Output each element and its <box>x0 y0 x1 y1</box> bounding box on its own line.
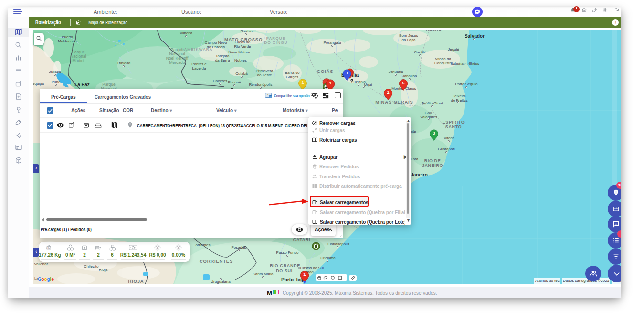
svg-text:Salvador: Salvador <box>465 33 485 39</box>
svg-text:do Parecis: do Parecis <box>207 45 225 49</box>
svg-text:La Paz: La Paz <box>74 82 90 87</box>
svg-text:Maldonado: Maldonado <box>58 39 77 43</box>
svg-text:SANTO: SANTO <box>445 124 462 129</box>
svg-text:Kg: Kg <box>47 247 50 249</box>
svg-text:da Lapa: da Lapa <box>402 38 416 42</box>
svg-text:DO XINGU: DO XINGU <box>264 41 287 45</box>
svg-text:1: 1 <box>303 271 306 277</box>
svg-text:1: 1 <box>301 80 304 85</box>
svg-text:Porangatu: Porangatu <box>324 41 341 45</box>
svg-text:Poconé: Poconé <box>228 80 241 84</box>
svg-text:3: 3 <box>433 131 435 135</box>
svg-text:Cáceres: Cáceres <box>213 79 227 83</box>
svg-text:La: La <box>34 277 38 280</box>
svg-text:Garças: Garças <box>286 75 298 79</box>
svg-text:Caetité: Caetité <box>414 50 426 54</box>
svg-text:Posadas: Posadas <box>231 245 246 249</box>
svg-text:Pontes e: Pontes e <box>191 62 207 66</box>
svg-text:Guarapari: Guarapari <box>438 147 455 151</box>
svg-text:Rioja: Rioja <box>99 268 108 272</box>
svg-text:CATARI: CATARI <box>293 238 310 242</box>
svg-text:RIOJA: RIOJA <box>128 279 144 284</box>
svg-text:Jequié: Jequié <box>448 47 459 52</box>
svg-text:Chilecito: Chilecito <box>84 264 99 269</box>
svg-text:e: e <box>52 277 54 282</box>
svg-text:Florianópolis: Florianópolis <box>327 242 349 246</box>
svg-text:nte: nte <box>411 129 416 134</box>
svg-text:de Freitas: de Freitas <box>451 98 468 103</box>
svg-text:$: $ <box>157 247 158 249</box>
svg-text:Vitória: Vitória <box>444 136 455 140</box>
svg-text:5: 5 <box>402 80 405 85</box>
svg-text:1: 1 <box>387 90 390 95</box>
svg-text:Teixeira: Teixeira <box>453 94 466 98</box>
svg-text:Santa Maria: Santa Maria <box>253 272 274 276</box>
svg-text:Puno: Puno <box>52 80 61 84</box>
svg-text:da Serra: da Serra <box>215 58 230 62</box>
svg-text:Madidi: Madidi <box>72 58 84 63</box>
svg-text:RIO GRANDE: RIO GRANDE <box>270 263 300 268</box>
svg-text:ESPÍRITO: ESPÍRITO <box>443 120 465 124</box>
svg-text:Fora: Fora <box>411 157 419 161</box>
svg-text:1: 1 <box>329 80 332 85</box>
svg-text:1: 1 <box>346 71 348 75</box>
svg-text:○Caxias do Sul: ○Caxias do Sul <box>298 266 324 270</box>
svg-text:BAHIA: BAHIA <box>426 30 442 32</box>
svg-text:Conquista: Conquista <box>434 61 452 65</box>
svg-text:Barra do: Barra do <box>285 71 300 75</box>
svg-text:Passo Fundo: Passo Fundo <box>276 250 299 255</box>
svg-text:Cuiabá: Cuiabá <box>235 72 248 76</box>
svg-text:Sorriso: Sorriso <box>240 30 253 33</box>
svg-text:DO SUL: DO SUL <box>276 269 294 273</box>
svg-text:$: $ <box>178 247 179 249</box>
svg-text:Bom Jesus: Bom Jesus <box>399 33 418 38</box>
svg-text:Mercado: Mercado <box>169 60 185 65</box>
svg-text:equipa: equipa <box>33 82 44 86</box>
svg-text:Uruguaiana: Uruguaiana <box>211 280 231 284</box>
svg-text:Teófilo Otoni: Teófilo Otoni <box>422 101 443 105</box>
svg-text:Lacerda: Lacerda <box>192 66 206 71</box>
svg-text:Nobres: Nobres <box>234 58 247 62</box>
svg-text:Janaúba: Janaúba <box>402 74 417 78</box>
svg-text:Vallenar: Vallenar <box>34 262 48 266</box>
svg-text:Gov.: Gov. <box>425 111 433 115</box>
svg-text:MINAS GERAIS: MINAS GERAIS <box>375 99 413 104</box>
svg-text:Juliaca: Juliaca <box>49 70 61 74</box>
svg-text:Itabuna○ ○Ilhéus: Itabuna○ ○Ilhéus <box>451 62 479 66</box>
svg-text:JANEIRO: JANEIRO <box>422 163 443 168</box>
svg-text:Puerto: Puerto <box>62 35 73 39</box>
svg-text:GOIÁS: GOIÁS <box>317 69 334 74</box>
svg-text:Valadares: Valadares <box>420 115 437 119</box>
svg-text:CORRIENTES: CORRIENTES <box>200 259 233 264</box>
svg-text:Criciúma: Criciúma <box>320 256 336 260</box>
svg-text:orrientes: orrientes <box>195 243 210 247</box>
svg-text:do Leste: do Leste <box>257 73 272 77</box>
svg-text:Nova Mutum: Nova Mutum <box>228 50 250 54</box>
svg-text:Vilhena: Vilhena <box>180 31 193 35</box>
svg-text:PARQUE: PARQUE <box>266 36 285 41</box>
svg-text:Rondonópolis: Rondonópolis <box>249 83 273 87</box>
svg-text:Porto Seguro: Porto Seguro <box>455 82 478 86</box>
svg-text:Janeiro: Janeiro <box>411 172 428 177</box>
svg-text:Primavera: Primavera <box>256 69 274 73</box>
svg-text:Rio Verde: Rio Verde <box>234 44 251 49</box>
svg-text:Tangará: Tangará <box>216 54 230 58</box>
svg-text:Lucas do: Lucas do <box>235 40 251 44</box>
svg-text:Campo Novo: Campo Novo <box>205 41 227 45</box>
svg-text:RIO DE: RIO DE <box>424 158 441 163</box>
svg-text:Unaí: Unaí <box>364 83 373 87</box>
svg-text:Vitória da: Vitória da <box>435 57 451 61</box>
svg-text:Trinidad: Trinidad <box>117 61 131 65</box>
svg-text:Januária: Januária <box>389 70 403 74</box>
